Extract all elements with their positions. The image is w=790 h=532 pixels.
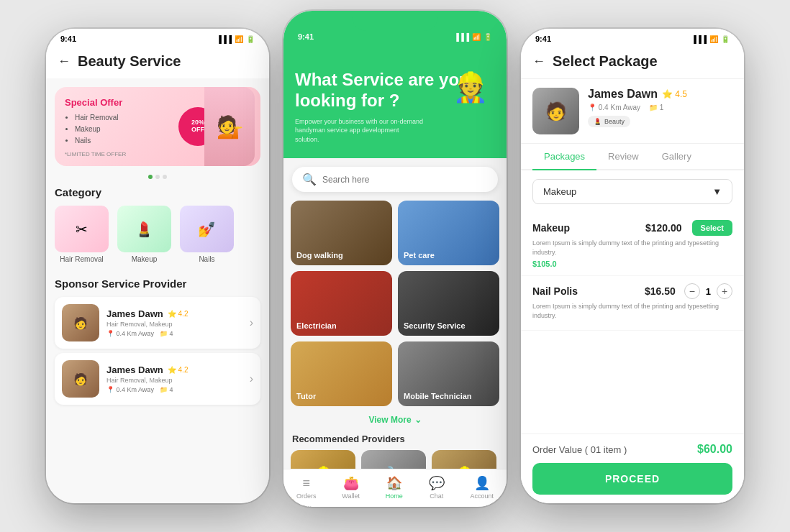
provider-right-rating: ⭐ 4.5 (662, 89, 687, 99)
provider-right-location: 📍 0.4 Km Away 📁 1 (588, 104, 732, 111)
tab-packages[interactable]: Packages (532, 144, 596, 170)
back-button-right[interactable]: ← (532, 54, 545, 69)
left-header: ← Beauty Service (46, 46, 269, 78)
package-nail-row: Nail Polis $16.50 − 1 + (532, 283, 732, 299)
wallet-icon: 👛 (343, 475, 359, 491)
category-row: ✂ Hair Removal 💄 Makeup 💅 Nails (46, 203, 269, 270)
provider-2-name: James Dawn (106, 364, 163, 375)
home-icon: 🏠 (386, 475, 402, 491)
security-label: Security Service (404, 321, 466, 330)
sponsor-provider-2[interactable]: 🧑 James Dawn ⭐ 4.2 Hair Removal, Makeup … (55, 353, 260, 405)
beauty-label: Beauty (604, 118, 625, 125)
back-button-left[interactable]: ← (58, 54, 71, 69)
services-grid: Dog walking Pet care Electrician Securit… (283, 201, 507, 412)
provider-2-image: 🧑 (62, 360, 99, 398)
category-makeup[interactable]: 💄 Makeup (117, 206, 171, 263)
service-mobile-tech[interactable]: Mobile Technician (398, 341, 499, 406)
order-value: $60.00 (697, 443, 732, 456)
dot-1 (148, 175, 153, 179)
order-label: Order Value ( 01 item ) (532, 444, 627, 455)
search-input[interactable] (322, 175, 488, 185)
hair-removal-image: ✂ (55, 206, 109, 252)
category-section-title: Category (46, 179, 269, 203)
nav-wallet-label: Wallet (342, 492, 360, 500)
category-nails[interactable]: 💅 Nails (180, 206, 234, 263)
account-icon: 👤 (474, 475, 490, 491)
provider-2-distance: 📍 0.4 Km Away (106, 386, 154, 393)
provider-right-image: 🧑 (532, 88, 579, 134)
package-makeup-price: $120.00 (645, 222, 682, 234)
select-makeup-button[interactable]: Select (692, 220, 732, 236)
makeup-label: Makeup (132, 255, 158, 263)
tutor-label: Tutor (296, 392, 316, 400)
jobs-info: 📁 1 (649, 104, 663, 111)
bottom-nav: ≡ Orders 👛 Wallet 🏠 Home 💬 Chat 👤 (283, 469, 507, 507)
recommended-title: Recommended Providers (283, 431, 507, 450)
provider-right-detail: James Dawn ⭐ 4.5 📍 0.4 Km Away 📁 1 💄 Bea… (588, 88, 732, 127)
center-battery-icon: 🔋 (483, 33, 492, 41)
banner-image: 💁 (204, 87, 255, 166)
nav-chat-label: Chat (430, 492, 443, 500)
wifi-icon: 📶 (235, 35, 243, 43)
nav-chat[interactable]: 💬 Chat (429, 475, 445, 500)
nav-account[interactable]: 👤 Account (471, 475, 494, 500)
nav-wallet[interactable]: 👛 Wallet (342, 475, 360, 500)
phone-left: 9:41 ▐▐▐ 📶 🔋 ← Beauty Service Special Of… (46, 29, 269, 503)
status-icons-left: ▐▐▐ 📶 🔋 (217, 35, 255, 43)
category-hair-removal[interactable]: ✂ Hair Removal (55, 206, 109, 263)
chevron-down-icon: ▼ (712, 186, 722, 197)
security-bg: Security Service (398, 271, 499, 336)
page-title-right: Select Package (553, 53, 658, 70)
view-more-btn[interactable]: View More ⌄ (283, 412, 507, 431)
service-security[interactable]: Security Service (398, 271, 499, 336)
pet-care-label: Pet care (404, 251, 435, 260)
status-time-right: 9:41 (535, 35, 551, 43)
service-pet-care[interactable]: Pet care (398, 201, 499, 265)
center-screen: 9:41 ▐▐▐ 📶 🔋 What Service are you lookin… (283, 11, 507, 507)
dog-walking-bg: Dog walking (291, 201, 392, 265)
right-wifi-icon: 📶 (709, 35, 718, 43)
nav-orders[interactable]: ≡ Orders (296, 476, 317, 500)
provider-2-meta: 📍 0.4 Km Away 📁 4 (106, 386, 242, 393)
sponsor-section-title: Sponsor Service Provider (46, 270, 269, 294)
dog-walking-label: Dog walking (296, 251, 343, 260)
electrician-bg: Electrician (291, 271, 392, 336)
qty-decrease-button[interactable]: − (684, 283, 700, 299)
qty-increase-button[interactable]: + (717, 283, 732, 299)
nav-home-label: Home (386, 492, 403, 500)
search-bar[interactable]: 🔍 (292, 167, 498, 192)
chevron-right-2: › (250, 372, 253, 385)
dot-2 (155, 175, 160, 179)
order-footer: Order Value ( 01 item ) $60.00 PROCEED (521, 434, 744, 503)
package-nail-desc: Lorem Ipsum is simply dummy text of the … (532, 302, 732, 320)
electrician-label: Electrician (296, 321, 337, 330)
phone-center: 9:41 ▐▐▐ 📶 🔋 What Service are you lookin… (283, 11, 507, 507)
tab-review[interactable]: Review (596, 144, 650, 169)
status-time-left: 9:41 (60, 35, 76, 43)
package-nail-name: Nail Polis (532, 285, 578, 297)
qty-control: − 1 + (684, 283, 732, 299)
special-offer-banner: Special Offer Hair Removal Makeup Nails … (55, 87, 260, 166)
discount-off: OFF (191, 127, 204, 134)
service-tutor[interactable]: Tutor (291, 341, 392, 406)
package-nail-price: $16.50 (645, 285, 676, 297)
package-makeup-name: Makeup (532, 222, 570, 234)
chat-icon: 💬 (429, 475, 445, 491)
dot-3 (163, 175, 167, 179)
chevron-right-1: › (250, 316, 253, 329)
service-electrician[interactable]: Electrician (291, 271, 392, 336)
service-dog-walking[interactable]: Dog walking (291, 201, 392, 265)
tab-gallery[interactable]: Gallery (650, 144, 703, 169)
provider-1-meta: 📍 0.4 Km Away 📁 4 (106, 330, 242, 337)
nav-home[interactable]: 🏠 Home (386, 475, 403, 500)
phone-notch-right (589, 29, 676, 49)
sponsor-provider-1[interactable]: 🧑 James Dawn ⭐ 4.2 Hair Removal, Makeup … (55, 297, 260, 349)
order-row: Order Value ( 01 item ) $60.00 (532, 443, 732, 456)
package-dropdown[interactable]: Makeup ▼ (532, 179, 732, 204)
right-signal-icon: ▐▐▐ (691, 35, 707, 43)
provider-1-rating: ⭐ 4.2 (168, 310, 189, 318)
package-makeup-desc: Lorem Ipsum is simply dummy text of the … (532, 239, 732, 257)
provider-2-rating: ⭐ 4.2 (168, 366, 189, 374)
pet-care-bg: Pet care (398, 201, 499, 265)
proceed-button[interactable]: PROCEED (532, 463, 732, 495)
